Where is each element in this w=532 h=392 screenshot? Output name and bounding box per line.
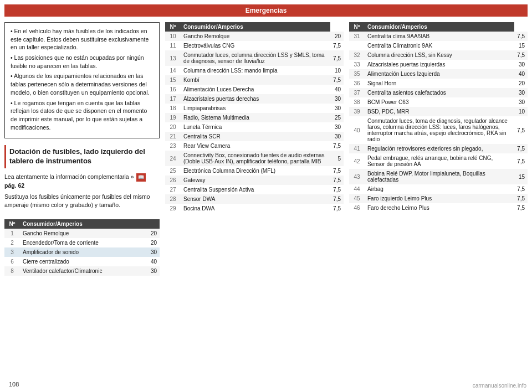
row-amp: 7,5 (514, 153, 528, 169)
row-consumer: Regulación retrovisores exteriores sin p… (365, 144, 514, 153)
row-amp: 7,5 (330, 166, 344, 176)
row-consumer: Radio, Sistema Multimedia (181, 113, 330, 122)
row-num: 33 (349, 60, 365, 69)
row-consumer: Alimentación Luces Izquierda (365, 69, 514, 79)
table-row: 41 Regulación retrovisores exteriores si… (349, 144, 528, 153)
row-amp: 40 (142, 257, 160, 266)
row-num: 8 (4, 266, 20, 276)
table-row: 20 Luneta Térmica 30 (165, 122, 344, 132)
row-consumer: Electrónica Columna Dirección (MFL) (181, 166, 330, 176)
row-consumer: Bobina Relé DWP, Motor limpialuneta, Boq… (365, 169, 514, 184)
row-num: 19 (165, 113, 181, 122)
header-bar: Emergencias (4, 4, 528, 17)
table-row: 31 Centralita clima 9AA/9AB 7,5 (349, 32, 528, 41)
table-row: 11 Electroválvulas CNG 7,5 (165, 41, 344, 50)
row-amp: 30 (514, 60, 528, 69)
row-amp: 7,5 (330, 204, 344, 213)
row-amp: 7,5 (514, 50, 528, 60)
table-row: 18 Limpiaparabrisas 30 (165, 104, 344, 113)
table-row: 44 Airbag 7,5 (349, 184, 528, 194)
row-num: 32 (349, 50, 365, 60)
table-row: 37 Centralita asientos calefactados 30 (349, 88, 528, 97)
header-title: Emergencias (245, 7, 287, 14)
table-row: 1 Gancho Remolque 20 (4, 229, 160, 238)
row-num: 38 (349, 97, 365, 107)
right-fuse-table: Nº Consumidor/Amperios 31 Centralita cli… (349, 22, 528, 213)
table-row: 36 Signal Horn 20 (349, 79, 528, 88)
row-consumer: Conmutador luces, columna dirección LSS … (181, 50, 330, 66)
table-row: 16 Alimentación Luces Derecha 40 (165, 85, 344, 94)
table-row: 38 BCM Power C63 30 (349, 97, 528, 107)
row-num: 27 (165, 185, 181, 194)
row-num: 6 (4, 257, 20, 266)
info-box: • En el vehículo hay más fusibles de los… (4, 22, 160, 138)
row-amp: 7,5 (514, 116, 528, 144)
table-row: 33 Alzacristales puertas izquierdas 30 (349, 60, 528, 69)
row-num: 16 (165, 85, 181, 94)
row-amp: 7,5 (514, 144, 528, 153)
row-amp: 7,5 (330, 194, 344, 204)
row-amp: 7,5 (514, 184, 528, 194)
row-num: 3 (4, 247, 20, 257)
row-num: 23 (165, 141, 181, 151)
right-col-num-header: Nº (349, 22, 365, 32)
row-num: 42 (349, 153, 365, 169)
row-consumer: Gancho Remolque (181, 32, 330, 41)
row-consumer: Signal Horn (365, 79, 514, 88)
row-amp: 7,5 (330, 41, 344, 50)
row-consumer: Pedal embrague, relés arranque, bobina r… (365, 153, 514, 169)
middle-column: Nº Consumidor/Amperios 10 Gancho Remolqu… (165, 22, 344, 276)
row-consumer: Connectivity Box, conexionado fuentes de… (181, 151, 330, 166)
row-num: 45 (349, 194, 365, 203)
row-num: 35 (349, 69, 365, 79)
row-amp: 20 (330, 32, 344, 41)
table-row: 35 Alimentación Luces Izquierda 40 (349, 69, 528, 79)
row-consumer: Centralita SCR (181, 132, 330, 141)
row-num: 40 (349, 116, 365, 144)
row-num: 44 (349, 184, 365, 194)
left-col-num-header: Nº (4, 219, 20, 229)
table-row: 17 Alzacristales puertas derechas 30 (165, 94, 344, 104)
info-item-2: • Las posiciones que no están ocupadas p… (11, 54, 154, 70)
row-amp: 30 (514, 97, 528, 107)
row-consumer: Gancho Remolque (20, 229, 142, 238)
row-consumer: Amplificador de sonido (20, 247, 142, 257)
table-row: 15 Kombí 7,5 (165, 75, 344, 85)
table-row: Centralita Climatronic 9AK 15 (349, 41, 528, 50)
table-row: 28 Sensor DWA 7,5 (165, 194, 344, 204)
row-consumer: BCM Power C63 (365, 97, 514, 107)
row-num: 41 (349, 144, 365, 153)
row-consumer: Alzacristales puertas izquierdas (365, 60, 514, 69)
left-column: • En el vehículo hay más fusibles de los… (4, 22, 160, 276)
row-amp: 7,5 (330, 185, 344, 194)
row-consumer: Airbag (365, 184, 514, 194)
mid-fuse-table: Nº Consumidor/Amperios 10 Gancho Remolqu… (165, 22, 344, 213)
mid-col-num-header: Nº (165, 22, 181, 32)
row-num: 29 (165, 204, 181, 213)
row-consumer: Centralita Climatronic 9AK (365, 41, 514, 50)
table-row: 42 Pedal embrague, relés arranque, bobin… (349, 153, 528, 169)
row-amp: 7,5 (514, 203, 528, 213)
table-row: 13 Conmutador luces, columna dirección L… (165, 50, 344, 66)
row-consumer: Rear View Camera (181, 141, 330, 151)
row-num: 25 (165, 166, 181, 176)
row-amp: 7,5 (514, 194, 528, 203)
row-consumer: BSD, PDC, MRR (365, 107, 514, 116)
row-num: 13 (165, 50, 181, 66)
row-consumer: Ventilador calefactor/Climatronic (20, 266, 142, 276)
info-item-3: • Algunos de los equipamientos relaciona… (11, 72, 154, 96)
row-num: 10 (165, 32, 181, 41)
row-num: 1 (4, 229, 20, 238)
row-amp: 40 (330, 85, 344, 94)
row-amp: 10 (330, 66, 344, 75)
page-number: 108 (9, 381, 19, 388)
row-num: 46 (349, 203, 365, 213)
row-num: 11 (165, 41, 181, 50)
table-row: 3 Amplificador de sonido 30 (4, 247, 160, 257)
row-amp: 15 (514, 169, 528, 184)
row-amp: 7,5 (330, 75, 344, 85)
row-consumer: Conmutador luces, toma de diagnosis, reg… (365, 116, 514, 144)
table-row: 19 Radio, Sistema Multimedia 25 (165, 113, 344, 122)
table-row: 45 Faro izquierdo Leimo Plus 7,5 (349, 194, 528, 203)
table-row: 46 Faro derecho Leimo Plus 7,5 (349, 203, 528, 213)
